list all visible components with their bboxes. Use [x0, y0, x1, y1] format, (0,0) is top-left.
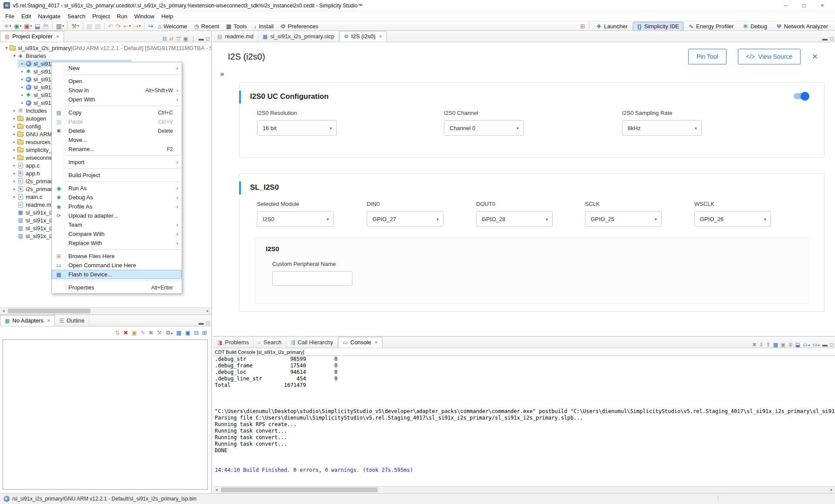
minimize-button[interactable]: ─: [777, 0, 795, 11]
dout0-dropdown[interactable]: GPIO_28▾: [476, 211, 553, 227]
maximize-view-icon[interactable]: □: [830, 36, 833, 42]
expand-panel-icon[interactable]: »: [220, 70, 223, 78]
open-log-icon[interactable]: ▦: [773, 342, 778, 348]
show-stderr-icon[interactable]: ⇧: [766, 342, 771, 348]
redo-icon[interactable]: ↷: [115, 22, 122, 30]
menu-edit[interactable]: Edit: [18, 12, 34, 20]
tree-expander-icon[interactable]: ▸: [11, 195, 17, 199]
perspective-network-analyzer[interactable]: ΨNetwork Analyzer: [772, 22, 832, 31]
tree-expander-icon[interactable]: ▸: [11, 155, 17, 160]
forward-icon[interactable]: ⇢▾: [132, 22, 142, 30]
focus-icon[interactable]: ▣: [183, 36, 188, 42]
scroll-right-icon[interactable]: ▸: [828, 487, 835, 493]
settings-gear-icon[interactable]: ⚙▾: [166, 329, 173, 336]
scroll-thumb[interactable]: [221, 487, 378, 492]
launch-icon[interactable]: ◉▾: [13, 22, 23, 30]
menu-item-flash-to-device[interactable]: ▦Flash to Device...: [52, 270, 182, 279]
tree-item-sl-si91x-i2s-primary[interactable]: ▾sl_si91x_i2s_primary [GNU ARM v12.2.1 -…: [0, 44, 211, 52]
delete-adapter-icon[interactable]: ✖: [149, 329, 153, 336]
tools-button[interactable]: ▦Tools: [223, 22, 250, 30]
menu-item-rename[interactable]: Rename...F2: [52, 144, 182, 154]
tree-expander-icon[interactable]: ▸: [11, 148, 17, 152]
maximize-button[interactable]: □: [795, 0, 813, 11]
uc-config-toggle[interactable]: [794, 93, 808, 99]
flash-programmer-icon[interactable]: ✳▾: [3, 22, 13, 30]
copy-console-icon[interactable]: ▣: [781, 342, 785, 348]
menu-item-import[interactable]: Import›: [52, 158, 182, 167]
menu-item-build-project[interactable]: Build Project: [52, 171, 182, 180]
copy-view-icon[interactable]: ▣: [185, 329, 190, 336]
tab-outline[interactable]: ☰Outline: [55, 315, 89, 326]
menu-search[interactable]: Search: [64, 12, 89, 20]
menu-window[interactable]: Window: [131, 12, 158, 20]
open-console-dropdown-icon[interactable]: ▭▾: [812, 342, 819, 348]
tree-expander-icon[interactable]: ▸: [19, 69, 25, 74]
close-tab-icon[interactable]: ×: [47, 318, 50, 324]
tab-no-adapters[interactable]: ▦No Adapters×: [0, 315, 55, 326]
i2s0-sampling-rate-dropdown[interactable]: 8kHz▾: [622, 120, 702, 136]
menu-item-browse-files-here[interactable]: ⊞Browse Files Here: [52, 252, 182, 261]
menu-item-debug-as[interactable]: ✱Debug As›: [52, 193, 182, 202]
tree-expander-icon[interactable]: ▸: [11, 171, 17, 175]
tree-expander-icon[interactable]: ▸: [11, 116, 17, 121]
back-icon[interactable]: ⇠▾: [122, 22, 132, 30]
table-view-icon[interactable]: ▦: [176, 329, 182, 336]
tree-expander-icon[interactable]: ▸: [11, 108, 17, 113]
view-menu-icon[interactable]: ⋮: [191, 36, 196, 42]
new-file-icon[interactable]: ▤: [85, 22, 94, 30]
open-perspective-icon[interactable]: ⊞: [579, 22, 587, 30]
menu-item-new[interactable]: New›: [52, 64, 182, 73]
disconnect-icon[interactable]: ✖: [123, 329, 128, 336]
expand-all-icon[interactable]: ⊞: [202, 329, 207, 336]
tab-call-hierarchy[interactable]: ⇶Call Hierarchy: [286, 337, 338, 348]
tab-console[interactable]: ▭Console×: [338, 337, 382, 348]
minimize-view-icon[interactable]: ▬: [199, 320, 204, 326]
menu-navigate[interactable]: Navigate: [34, 12, 64, 20]
menu-item-replace-with[interactable]: Replace With›: [52, 239, 182, 248]
menu-item-upload-to-adapter[interactable]: ⟳Upload to adapter...: [52, 211, 182, 220]
tree-item-binaries[interactable]: ▾◈Binaries: [0, 52, 211, 60]
save-icon[interactable]: ⬓: [33, 22, 41, 30]
tree-expander-icon[interactable]: ▸: [19, 61, 25, 66]
menu-item-profile-as[interactable]: ◉Profile As›: [52, 202, 182, 211]
i2s0-resolution-dropdown[interactable]: 16 bit▾: [257, 120, 337, 136]
menu-run[interactable]: Run: [113, 12, 131, 20]
minimize-view-icon[interactable]: ▬: [199, 36, 204, 42]
minimize-view-icon[interactable]: ▬: [822, 36, 828, 42]
scroll-left-icon[interactable]: ◂: [0, 308, 7, 314]
menu-file[interactable]: File: [2, 12, 18, 20]
scroll-lock-icon[interactable]: ≣: [788, 342, 793, 348]
close-tab-icon[interactable]: ×: [56, 34, 59, 40]
tree-expander-icon[interactable]: ▾: [11, 54, 17, 58]
filter-icon[interactable]: ▽: [176, 36, 180, 42]
tab-sl-si91x-i2s-primary-slcp[interactable]: ▦sl_si91x_i2s_primary.slcp: [258, 31, 339, 42]
pin-console-icon[interactable]: ▭▾: [803, 342, 810, 348]
tree-expander-icon[interactable]: ▸: [11, 187, 17, 191]
tree-expander-icon[interactable]: ▾: [3, 46, 10, 50]
tree-expander-icon[interactable]: ▸: [19, 101, 25, 105]
terminate-icon[interactable]: ✖: [752, 342, 757, 348]
console-hscrollbar[interactable]: ◂ ▸: [213, 486, 835, 493]
selected-module-dropdown[interactable]: I2S0▾: [257, 211, 334, 227]
close-editor-icon[interactable]: ×: [812, 52, 818, 61]
recent-button[interactable]: ◷Recent: [191, 22, 223, 30]
tab-problems[interactable]: ◨Problems: [213, 337, 254, 348]
pin-tool-button[interactable]: Pin Tool: [688, 49, 727, 64]
new-wizard-icon[interactable]: ▣▾: [23, 22, 33, 30]
build-icon[interactable]: ⚒▾: [70, 22, 81, 30]
scroll-thumb[interactable]: [8, 309, 91, 313]
minimize-view-icon[interactable]: ▬: [822, 342, 828, 348]
maximize-view-icon[interactable]: □: [206, 320, 210, 326]
maximize-view-icon[interactable]: □: [206, 36, 210, 42]
perspective-energy-profiler[interactable]: ∿Energy Profiler: [684, 22, 738, 31]
undo-icon[interactable]: ↶: [107, 22, 115, 30]
menu-item-copy[interactable]: ▤CopyCtrl+C: [52, 108, 182, 117]
console-launch-icon[interactable]: ▥▾: [55, 22, 65, 30]
view-source-button[interactable]: </>View Source: [738, 49, 801, 64]
close-button[interactable]: ×: [813, 0, 832, 11]
scroll-right-icon[interactable]: ▸: [204, 308, 211, 314]
menu-project[interactable]: Project: [89, 12, 113, 20]
menu-item-open[interactable]: Open: [52, 77, 182, 86]
menu-item-paste[interactable]: ▥PasteCtrl+V: [52, 117, 182, 126]
show-stdout-icon[interactable]: ⇩: [759, 342, 764, 348]
